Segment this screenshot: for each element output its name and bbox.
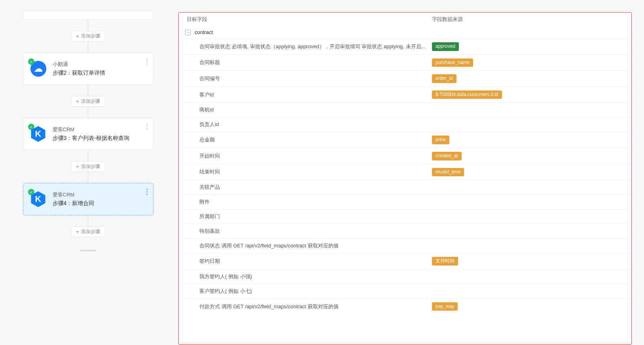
- field-row[interactable]: 合同状态 调用 GET /api/v2/field_maps/contract …: [179, 238, 631, 253]
- connector: [88, 150, 88, 161]
- field-label: 签约日期: [199, 258, 432, 265]
- app-name: 爱客CRM: [53, 191, 95, 198]
- field-label: 合同审批状态 必填项, 审批状态（applying, approved），开启审…: [199, 43, 432, 50]
- field-label: 结束时间: [199, 168, 432, 175]
- field-row[interactable]: 商机id: [179, 102, 631, 117]
- step-card[interactable]: ✓K爱客CRM步骤3：客户列表-根据名称查询: [23, 118, 153, 150]
- field-row[interactable]: 合同标题purchase_name: [179, 55, 631, 71]
- field-label: 付款方式 调用 GET /api/v2/field_maps/contract …: [199, 303, 432, 310]
- field-label: 合同编号: [199, 75, 432, 82]
- add-step-button[interactable]: +添加步骤: [71, 31, 106, 41]
- field-row[interactable]: 关联产品: [179, 180, 631, 194]
- source-tag[interactable]: 支付时间: [432, 257, 458, 266]
- header-source: 字段数据来源: [432, 16, 631, 23]
- field-row[interactable]: 签约日期支付时间: [179, 253, 631, 269]
- card-menu-icon[interactable]: [146, 58, 148, 64]
- field-label: 客户签约人( 例如 小七): [199, 288, 432, 295]
- field-row[interactable]: 开始时间created_at: [179, 148, 631, 164]
- add-step-button[interactable]: +添加步骤: [71, 96, 106, 107]
- source-tag[interactable]: created_at: [432, 152, 462, 160]
- field-label: 所属部门: [199, 213, 432, 220]
- field-row[interactable]: 附件: [179, 194, 631, 209]
- field-row[interactable]: 合同编号order_id: [179, 70, 631, 87]
- step-icon-wrap: ✓☁: [30, 61, 46, 77]
- field-label: 客户id: [199, 91, 432, 98]
- collapse-icon[interactable]: −: [185, 30, 191, 35]
- field-row[interactable]: 特别条款: [179, 224, 631, 238]
- config-panel: 目标字段 字段数据来源 − contract 合同审批状态 必填项, 审批状态（…: [174, 0, 644, 345]
- header-target: 目标字段: [187, 16, 432, 23]
- field-label: 总金额: [199, 136, 432, 143]
- field-label: 商机id: [199, 106, 432, 113]
- connector: [88, 85, 88, 96]
- step-text: 爱客CRM步骤3：客户列表-根据名称查询: [53, 126, 129, 142]
- source-tag[interactable]: $.T00004.data.customers.0.id: [432, 90, 502, 99]
- field-label: 合同状态 调用 GET /api/v2/field_maps/contract …: [199, 242, 432, 249]
- field-label: 我方签约人( 例如 小强): [199, 273, 432, 280]
- connector: [88, 41, 88, 53]
- field-mapping-box: 目标字段 字段数据来源 − contract 合同审批状态 必填项, 审批状态（…: [178, 12, 632, 345]
- field-row[interactable]: 所属部门: [179, 209, 631, 224]
- card-menu-icon[interactable]: [146, 189, 148, 195]
- step-text: 小鹅通步骤2：获取订单详情: [53, 61, 106, 77]
- source-tag[interactable]: order_id: [432, 74, 456, 83]
- field-label: 合同标题: [199, 59, 432, 66]
- add-step-label: 添加步骤: [81, 228, 100, 235]
- field-row[interactable]: 我方签约人( 例如 小强): [179, 269, 631, 284]
- step-icon-wrap: ✓K: [30, 126, 46, 142]
- step-title: 步骤3：客户列表-根据名称查询: [53, 135, 129, 142]
- root-name: contract: [195, 29, 213, 35]
- workflow-sidebar: +添加步骤✓☁小鹅通步骤2：获取订单详情+添加步骤✓K爱客CRM步骤3：客户列表…: [0, 0, 174, 345]
- field-row[interactable]: 合同审批状态 必填项, 审批状态（applying, approved），开启审…: [179, 38, 631, 55]
- plus-icon: +: [76, 229, 79, 235]
- step-icon-wrap: ✓K: [30, 191, 46, 207]
- add-step-label: 添加步骤: [81, 33, 100, 40]
- connector: [88, 172, 88, 183]
- field-row[interactable]: 客户id$.T00004.data.customers.0.id: [179, 87, 631, 103]
- step-title: 步骤4：新增合同: [53, 200, 95, 207]
- tree-root-row[interactable]: − contract: [179, 26, 631, 38]
- app-name: 爱客CRM: [53, 126, 129, 133]
- add-step-button[interactable]: +添加步骤: [71, 226, 106, 237]
- plus-icon: +: [76, 98, 79, 104]
- add-step-label: 添加步骤: [81, 98, 100, 105]
- app-name: 小鹅通: [53, 61, 106, 68]
- field-row[interactable]: 总金额price: [179, 132, 631, 148]
- source-tag[interactable]: purchase_name: [432, 58, 473, 67]
- field-label: 负责人id: [199, 121, 432, 128]
- check-icon: ✓: [28, 58, 34, 65]
- step-card[interactable]: ✓☁小鹅通步骤2：获取订单详情: [23, 53, 153, 85]
- step-title: 步骤2：获取订单详情: [53, 70, 106, 77]
- plus-icon: +: [76, 33, 79, 39]
- source-tag[interactable]: approved: [432, 42, 459, 51]
- field-row[interactable]: 负责人id: [179, 117, 631, 132]
- source-tag[interactable]: pay_way: [432, 302, 458, 311]
- field-row[interactable]: 付款方式 调用 GET /api/v2/field_maps/contract …: [179, 298, 631, 315]
- field-label: 关联产品: [199, 184, 432, 191]
- plus-icon: +: [76, 164, 79, 170]
- field-row[interactable]: 结束时间invalid_time: [179, 164, 631, 180]
- add-step-button[interactable]: +添加步骤: [71, 161, 106, 172]
- source-tag[interactable]: price: [432, 136, 449, 144]
- connector: [88, 215, 88, 226]
- step-text: 爱客CRM步骤4：新增合同: [53, 191, 95, 207]
- field-label: 开始时间: [199, 153, 432, 160]
- field-label: 附件: [199, 198, 432, 205]
- field-label: 特别条款: [199, 228, 432, 235]
- mapping-header: 目标字段 字段数据来源: [179, 13, 631, 26]
- connector: [88, 20, 88, 31]
- connector: [88, 107, 88, 118]
- card-menu-icon[interactable]: [146, 124, 148, 130]
- previous-card-edge: [23, 12, 153, 20]
- field-row[interactable]: 客户签约人( 例如 小七): [179, 284, 631, 298]
- add-step-label: 添加步骤: [81, 163, 100, 170]
- step-card[interactable]: ✓K爱客CRM步骤4：新增合同: [23, 183, 153, 215]
- scroll-indicator: [80, 250, 96, 251]
- source-tag[interactable]: invalid_time: [432, 168, 464, 177]
